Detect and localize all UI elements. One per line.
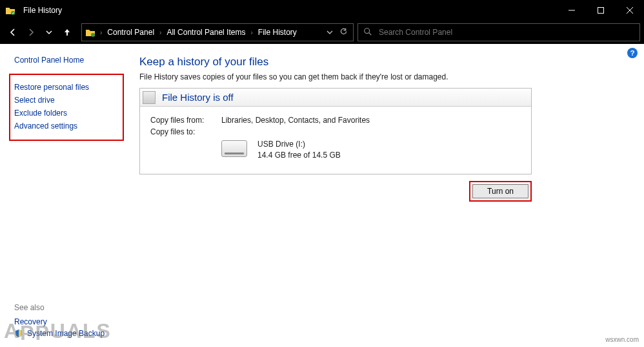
- breadcrumb-label: All Control Panel Items: [166, 28, 245, 37]
- drive-info: USB Drive (I:) 14.4 GB free of 14.5 GB: [221, 139, 521, 161]
- window-controls: [557, 0, 644, 21]
- system-image-backup-link[interactable]: System Image Backup: [14, 329, 105, 338]
- panel-body: Copy files from: Libraries, Desktop, Con…: [140, 107, 531, 174]
- breadcrumb[interactable]: Control Panel: [103, 24, 158, 41]
- window-title: File History: [21, 6, 557, 15]
- page-heading: Keep a history of your files: [139, 56, 627, 68]
- panel-header: File History is off: [140, 89, 531, 107]
- panel-title: File History is off: [162, 92, 234, 103]
- shield-icon: [14, 329, 23, 338]
- main-panel: Keep a history of your files File Histor…: [133, 44, 644, 347]
- drive-icon: [221, 140, 247, 157]
- search-icon: [363, 27, 372, 38]
- title-bar: File History: [0, 0, 644, 21]
- see-also-label: See also: [14, 303, 45, 312]
- search-box[interactable]: [357, 23, 640, 41]
- svg-point-5: [91, 33, 95, 37]
- close-button[interactable]: [615, 0, 644, 21]
- breadcrumb[interactable]: All Control Panel Items: [163, 24, 249, 41]
- sidebar-links-highlight: Restore personal files Select drive Excl…: [9, 74, 124, 141]
- svg-point-0: [11, 11, 15, 15]
- svg-line-7: [369, 32, 372, 35]
- chevron-right-icon[interactable]: ›: [99, 29, 103, 36]
- sidebar-link-exclude[interactable]: Exclude folders: [14, 109, 117, 118]
- forward-button[interactable]: [22, 23, 40, 41]
- sidebar-link-select-drive[interactable]: Select drive: [14, 96, 117, 105]
- sidebar-link-advanced[interactable]: Advanced settings: [14, 121, 117, 131]
- up-button[interactable]: [58, 23, 76, 41]
- breadcrumb-label: File History: [258, 28, 297, 37]
- address-icon: [82, 28, 99, 37]
- chevron-right-icon[interactable]: ›: [158, 29, 163, 36]
- refresh-icon[interactable]: [339, 26, 348, 38]
- turn-on-button[interactable]: Turn on: [472, 184, 528, 198]
- copy-to-label: Copy files to:: [150, 127, 221, 136]
- maximize-button[interactable]: [586, 0, 615, 21]
- minimize-button[interactable]: [557, 0, 586, 21]
- back-button[interactable]: [4, 23, 22, 41]
- drive-space: 14.4 GB free of 14.5 GB: [257, 150, 341, 161]
- breadcrumb[interactable]: File History: [254, 24, 301, 41]
- action-row: Turn on: [139, 181, 532, 202]
- page-subtext: File History saves copies of your files …: [139, 72, 627, 81]
- app-icon: [0, 6, 21, 15]
- status-indicator-icon: [143, 91, 156, 104]
- breadcrumb-label: Control Panel: [107, 28, 154, 37]
- sidebar-link-restore[interactable]: Restore personal files: [14, 83, 117, 92]
- address-bar[interactable]: › Control Panel › All Control Panel Item…: [81, 23, 354, 41]
- copy-from-label: Copy files from:: [150, 116, 221, 125]
- svg-rect-2: [598, 8, 603, 14]
- recovery-link[interactable]: Recovery: [14, 317, 105, 326]
- svg-point-6: [365, 28, 370, 33]
- chevron-right-icon[interactable]: ›: [249, 29, 254, 36]
- drive-name: USB Drive (I:): [257, 139, 341, 150]
- copy-from-value: Libraries, Desktop, Contacts, and Favori…: [221, 116, 370, 125]
- recent-dropdown[interactable]: [40, 23, 58, 41]
- control-panel-home-link[interactable]: Control Panel Home: [14, 56, 124, 65]
- sidebar: Control Panel Home Restore personal file…: [0, 44, 133, 347]
- search-input[interactable]: [379, 28, 634, 37]
- status-panel: File History is off Copy files from: Lib…: [139, 88, 532, 174]
- turn-on-highlight: Turn on: [469, 181, 532, 202]
- navigation-bar: › Control Panel › All Control Panel Item…: [0, 21, 644, 44]
- content-area: ? Control Panel Home Restore personal fi…: [0, 44, 644, 347]
- address-dropdown-icon[interactable]: [327, 26, 333, 38]
- see-also-links: Recovery System Image Backup: [14, 315, 105, 338]
